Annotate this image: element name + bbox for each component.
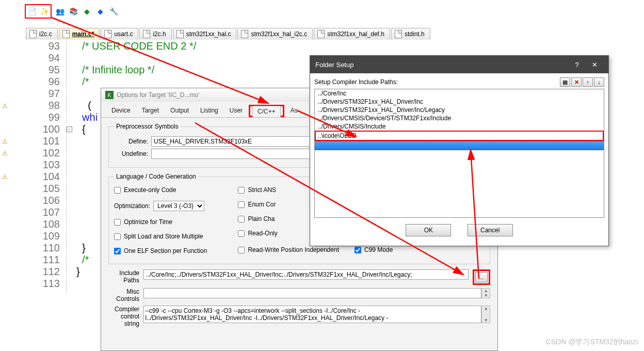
- fold-column: -: [66, 40, 73, 293]
- optimize-time-checkbox[interactable]: Optimize for Time: [114, 218, 207, 226]
- include-browse-button[interactable]: ...: [475, 272, 488, 282]
- edit-path-input[interactable]: [316, 132, 603, 140]
- manage-icon[interactable]: 👥: [55, 6, 65, 17]
- options-tab-target[interactable]: Target: [137, 105, 164, 117]
- split-load-checkbox[interactable]: Split Load and Store Multiple: [114, 233, 207, 240]
- options-tab-as[interactable]: As: [285, 105, 303, 117]
- file-icon: [317, 30, 325, 38]
- tab-label: stm32f1xx_hal.c: [186, 30, 231, 38]
- tab-i2c-h[interactable]: i2c.h: [139, 28, 171, 40]
- delete-path-icon[interactable]: ✕: [571, 77, 582, 87]
- tab-label: usart.c: [114, 30, 133, 38]
- file-icon[interactable]: 📄: [27, 6, 37, 17]
- tab-label: stm32f1xx_hal_def.h: [327, 30, 384, 38]
- watermark: CSDN @学习STM32的haozi: [546, 338, 638, 347]
- folder-setup-subtitle: Setup Compiler Include Paths:: [314, 78, 398, 86]
- enum-label: Enum Cor: [248, 201, 276, 208]
- options-title: Options for Target 'IIC_D...mo': [117, 91, 199, 99]
- misc-controls-label: Misc Controls: [108, 288, 139, 302]
- include-paths-input[interactable]: [143, 269, 469, 280]
- books-icon[interactable]: 📚: [68, 6, 78, 17]
- tab-label: stm32f1xx_hal_i2c.c: [251, 30, 307, 38]
- execute-only-checkbox[interactable]: Execute-only Code: [114, 186, 207, 194]
- options-tab-user[interactable]: User: [224, 105, 248, 117]
- c99-label: C99 Mode: [364, 246, 393, 253]
- tab-usart-c[interactable]: usart.c: [101, 28, 138, 40]
- options-tab-device[interactable]: Device: [106, 105, 136, 117]
- tab-stdint-h[interactable]: stdint.h: [391, 28, 430, 40]
- options-button-highlight: 📄 ✨: [25, 4, 52, 19]
- readwrite-checkbox[interactable]: Read-Write Position Independent: [238, 246, 339, 253]
- tools-icon[interactable]: 🔧: [108, 6, 119, 17]
- tab-main-c-[interactable]: main.c*: [59, 28, 100, 40]
- scrollbar[interactable]: ▲▼: [481, 306, 490, 323]
- tab-stm32f1xx-hal-c[interactable]: stm32f1xx_hal.c: [173, 28, 237, 40]
- file-icon: [241, 30, 248, 38]
- one-elf-checkbox[interactable]: One ELF Section per Function: [114, 247, 207, 254]
- file-icon: [104, 30, 111, 38]
- list-item[interactable]: ../Drivers/STM32F1xx_HAL_Driver/Inc: [315, 98, 604, 106]
- execute-only-label: Execute-only Code: [124, 186, 176, 194]
- list-item[interactable]: ../Core/Inc: [315, 89, 604, 98]
- cancel-button[interactable]: Cancel: [468, 224, 513, 236]
- preprocessor-legend: Preprocessor Symbols: [114, 123, 181, 130]
- list-item[interactable]: ../Drivers/CMSIS/Include: [315, 122, 604, 131]
- undefine-label: Undefine:: [114, 150, 148, 157]
- language-legend: Language / Code Generation: [114, 173, 198, 180]
- help-icon[interactable]: ?: [568, 59, 586, 70]
- tab-label: main.c*: [72, 30, 94, 38]
- folder-setup-title: Folder Setup: [315, 61, 353, 69]
- file-icon: [62, 30, 70, 38]
- move-down-icon[interactable]: ↓: [594, 77, 604, 87]
- keil-icon: K: [105, 91, 114, 99]
- line-numbers: 9394959697989910010110210310410510610710…: [9, 40, 65, 290]
- line-markers: ⚠⚠⚠⚠: [0, 40, 9, 290]
- split-load-label: Split Load and Store Multiple: [124, 233, 203, 240]
- readonly-label: Read-Only: [248, 230, 277, 237]
- compiler-string-output: --c99 -c --cpu Cortex-M3 -g -O3 --apcs=i…: [143, 306, 481, 323]
- include-paths-label: Include Paths: [108, 269, 139, 284]
- selected-row[interactable]: [315, 141, 604, 150]
- one-elf-label: One ELF Section per Function: [124, 247, 207, 254]
- misc-controls-input[interactable]: [143, 288, 481, 298]
- compiler-string-label: Compiler control string: [108, 306, 139, 327]
- c99-checkbox[interactable]: C99 Mode: [355, 246, 393, 253]
- plain-char-label: Plain Cha: [248, 215, 275, 222]
- optimization-select[interactable]: Level 3 (-O3): [153, 201, 204, 211]
- file-icon: [395, 30, 402, 38]
- tab-label: stdint.h: [405, 30, 425, 38]
- optimization-label: Optimization:: [114, 202, 150, 210]
- file-icon: [143, 30, 150, 38]
- tab-stm32f1xx-hal-i2c-c[interactable]: stm32f1xx_hal_i2c.c: [237, 28, 313, 40]
- folder-setup-dialog: Folder Setup ? ✕ Setup Compiler Include …: [310, 55, 609, 246]
- edit-path-row[interactable]: [315, 131, 604, 141]
- diamond-green-icon[interactable]: ◆: [82, 6, 92, 17]
- wand-icon[interactable]: ✨: [39, 6, 50, 17]
- main-toolbar: 📄 ✨ 👥 📚 ◆ ◆ 🔧: [25, 4, 119, 19]
- folder-setup-titlebar[interactable]: Folder Setup ? ✕: [310, 56, 608, 73]
- readwrite-label: Read-Write Position Independent: [248, 246, 339, 253]
- list-item[interactable]: ../Drivers/CMSIS/Device/ST/STM32F1xx/Inc…: [315, 114, 604, 122]
- scrollbar[interactable]: ▲▼: [481, 288, 490, 298]
- options-tab-output[interactable]: Output: [165, 105, 194, 117]
- include-browse-highlight: ...: [473, 269, 490, 285]
- file-tabs: i2c.cmain.c*usart.ci2c.hstm32f1xx_hal.cs…: [26, 28, 430, 40]
- options-tab-c-c--[interactable]: C/C++: [252, 106, 281, 117]
- optimize-time-label: Optimize for Time: [124, 218, 172, 226]
- tab-label: i2c.h: [153, 30, 166, 38]
- diamond-blue-icon[interactable]: ◆: [95, 6, 105, 17]
- tab-i2c-c[interactable]: i2c.c: [26, 28, 58, 40]
- move-up-icon[interactable]: ↑: [583, 77, 593, 87]
- ok-button[interactable]: OK: [406, 224, 451, 236]
- close-icon[interactable]: ✕: [586, 59, 603, 70]
- include-paths-list[interactable]: ../Core/Inc../Drivers/STM32F1xx_HAL_Driv…: [314, 89, 604, 218]
- strict-ansi-label: Strict ANS: [248, 186, 276, 194]
- options-tab-listing[interactable]: Listing: [195, 105, 223, 117]
- new-path-icon[interactable]: ▦: [560, 77, 570, 87]
- tab-stm32f1xx-hal-def-h[interactable]: stm32f1xx_hal_def.h: [314, 28, 390, 40]
- file-icon: [29, 30, 37, 38]
- file-icon: [176, 30, 184, 38]
- define-label: Define:: [114, 138, 148, 145]
- tab-label: i2c.c: [39, 30, 52, 38]
- list-item[interactable]: ../Drivers/STM32F1xx_HAL_Driver/Inc/Lega…: [315, 106, 604, 114]
